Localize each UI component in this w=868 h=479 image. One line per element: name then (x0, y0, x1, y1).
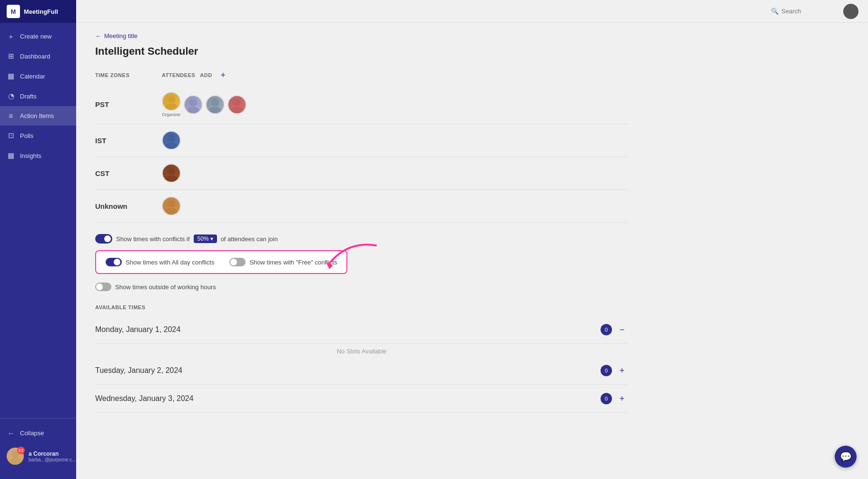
column-headers: TIME ZONES ATTENDEES Add + (95, 69, 628, 81)
search-input[interactable] (781, 8, 838, 15)
attendee-3 (206, 95, 225, 114)
sidebar-item-label: Polls (20, 132, 33, 139)
drafts-icon: ◔ (7, 92, 15, 100)
svg-point-2 (168, 95, 175, 103)
sidebar-item-insights[interactable]: ▦ Insights (0, 146, 76, 166)
sidebar-collapse[interactable]: ← Collapse (0, 423, 76, 443)
svg-point-11 (165, 143, 177, 150)
main-content: 🔍 ← Meeting title Intelligent Scheduler … (76, 0, 868, 479)
svg-point-8 (233, 98, 241, 106)
avatar[interactable] (206, 95, 225, 114)
sidebar-item-polls[interactable]: ⊡ Polls (0, 126, 76, 146)
date-plus-button-tuesday[interactable]: + (616, 364, 628, 377)
percentage-badge[interactable]: 50% ▾ (194, 235, 217, 243)
date-actions-monday: 0 − (601, 323, 628, 336)
collapse-label: Collapse (20, 430, 44, 437)
slot-count-wednesday: 0 (601, 393, 612, 404)
organizer-label: Organizer (162, 112, 181, 117)
sidebar-item-action-items[interactable]: ≡ Action Items (0, 106, 76, 126)
sidebar-nav: + Create new ⊞ Dashboard ▦ Calendar ◔ Dr… (0, 23, 76, 418)
sidebar-item-calendar[interactable]: ▦ Calendar (0, 66, 76, 86)
svg-point-4 (189, 98, 197, 106)
percentage-value: 50% (197, 235, 209, 242)
conflict-section: Show times with conflicts if 50% ▾ of at… (95, 234, 628, 291)
date-group-monday: Monday, January 1, 2024 0 − No Slots Ava… (95, 316, 628, 357)
page-title: Intelligent Scheduler (95, 45, 628, 58)
date-actions-wednesday: 0 + (601, 392, 628, 405)
user-name: a Corcoran (29, 450, 76, 457)
svg-point-6 (211, 98, 219, 106)
free-conflict-toggle[interactable] (229, 258, 246, 266)
sidebar-item-drafts[interactable]: ◔ Drafts (0, 86, 76, 106)
sidebar-item-label: Insights (20, 152, 41, 159)
add-attendee-button[interactable]: + (217, 69, 229, 81)
dropdown-chevron-icon: ▾ (210, 235, 213, 242)
date-actions-tuesday: 0 + (601, 364, 628, 377)
user-info: a Corcoran barba...@purpome.c... (29, 450, 76, 462)
free-conflict-row: Show times with "Free" conflicts (229, 258, 337, 266)
sidebar-item-label: Create new (20, 33, 51, 40)
avatar[interactable] (162, 196, 181, 215)
attendees-list-pst: Organizer (162, 92, 247, 117)
avatar[interactable] (162, 131, 181, 150)
top-user-avatar[interactable] (843, 4, 858, 19)
conflict-main-toggle[interactable] (95, 234, 112, 244)
sidebar-item-create-new[interactable]: + Create new (0, 27, 76, 46)
conflict-prefix-text: Show times with conflicts if (116, 235, 190, 243)
plus-icon: + (7, 32, 15, 40)
chat-icon: 💬 (840, 451, 852, 462)
date-row-monday: Monday, January 1, 2024 0 − (95, 316, 628, 344)
conflict-suffix-text: of attendees can join (221, 235, 278, 243)
svg-point-3 (165, 104, 177, 111)
sidebar-item-dashboard[interactable]: ⊞ Dashboard (0, 46, 76, 66)
timezone-label-unknown: Unknown (95, 202, 162, 210)
user-email: barba...@purpome.c... (29, 457, 76, 462)
add-label: Add (200, 72, 212, 78)
sidebar-item-label: Action Items (20, 112, 54, 119)
avatar[interactable] (162, 164, 181, 183)
working-hours-toggle[interactable] (95, 283, 111, 291)
logo-text: MeetingFull (24, 8, 58, 15)
date-row-tuesday: Tuesday, January 2, 2024 0 + (95, 357, 628, 385)
sidebar-item-label: Drafts (20, 93, 37, 100)
list-icon: ≡ (7, 112, 15, 120)
chat-fab-button[interactable]: 💬 (835, 446, 857, 468)
avatar[interactable] (227, 95, 247, 114)
attendee-organizer: Organizer (162, 92, 181, 117)
topbar: 🔍 (76, 0, 868, 23)
attendee-2 (184, 95, 203, 114)
attendees-list-cst (162, 164, 181, 183)
svg-point-14 (168, 200, 175, 207)
polls-icon: ⊡ (7, 131, 15, 140)
attendee-7 (162, 196, 181, 215)
avatar[interactable] (162, 92, 181, 111)
svg-point-10 (168, 134, 175, 142)
date-minus-button-monday[interactable]: − (616, 323, 628, 336)
timezone-label-cst: CST (95, 169, 162, 177)
sidebar-user[interactable]: 53 a Corcoran barba...@purpome.c... (0, 443, 76, 469)
timezone-label-pst: PST (95, 100, 162, 108)
available-times-section: AVAILABLE TIMES Monday, January 1, 2024 … (95, 304, 628, 413)
svg-point-1 (10, 458, 21, 465)
logo-icon: M (7, 5, 20, 18)
date-label-monday: Monday, January 1, 2024 (95, 325, 180, 334)
notification-badge: 53 (17, 447, 25, 454)
conflict-box-wrapper: Show times with All day conflicts Show t… (95, 250, 347, 281)
attendee-5 (162, 131, 181, 150)
search-bar[interactable]: 🔍 (771, 8, 838, 15)
content-area: ← Meeting title Intelligent Scheduler TI… (76, 23, 647, 422)
all-day-label: Show times with All day conflicts (126, 259, 214, 266)
date-plus-button-wednesday[interactable]: + (616, 392, 628, 405)
svg-point-15 (165, 208, 177, 216)
calendar-icon: ▦ (7, 72, 15, 80)
attendee-6 (162, 164, 181, 183)
date-label-wednesday: Wednesday, January 3, 2024 (95, 394, 194, 403)
attendees-column-header: ATTENDEES (162, 72, 195, 78)
back-link[interactable]: ← Meeting title (95, 32, 628, 39)
available-times-title: AVAILABLE TIMES (95, 304, 628, 310)
sidebar-bottom: ← Collapse 53 a Corcoran barba...@purpom… (0, 418, 76, 479)
all-day-toggle[interactable] (106, 258, 122, 266)
no-slots-monday: No Slots Available (95, 344, 628, 357)
avatar[interactable] (184, 95, 203, 114)
back-arrow-icon: ← (95, 32, 101, 39)
